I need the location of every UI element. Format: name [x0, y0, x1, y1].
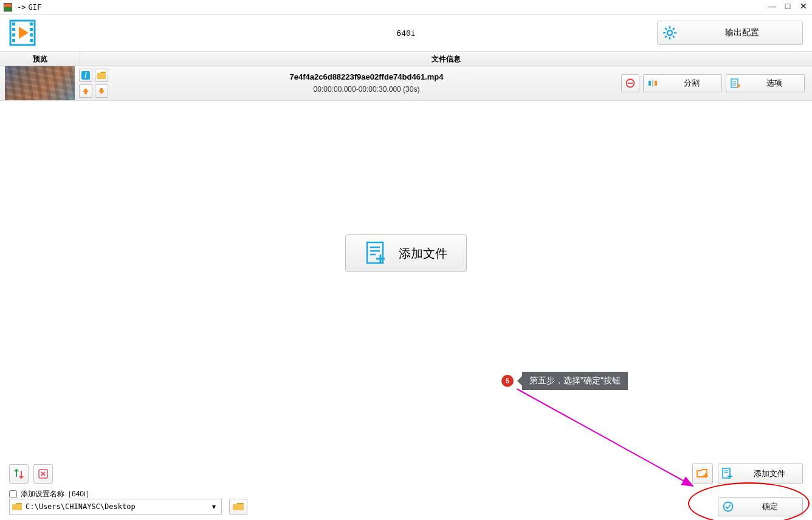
sort-button[interactable]: [9, 464, 29, 484]
svg-rect-25: [655, 81, 657, 86]
column-headers: 预览 文件信息: [0, 51, 812, 66]
svg-line-17: [665, 36, 667, 38]
svg-line-15: [665, 28, 667, 30]
svg-point-31: [737, 84, 740, 87]
svg-point-52: [724, 502, 733, 511]
move-up-button[interactable]: [79, 84, 92, 98]
minimize-button[interactable]: —: [767, 1, 777, 11]
folder-button[interactable]: [95, 69, 108, 82]
main-toolbar: 640i 输出配置: [0, 15, 812, 51]
svg-rect-21: [97, 73, 106, 79]
remove-button[interactable]: [621, 74, 639, 92]
clear-button[interactable]: [33, 464, 53, 484]
svg-rect-5: [30, 22, 33, 26]
file-info: 7e4f4a2c6d88223f9ae02ffde74bd461.mp4 00:…: [112, 72, 621, 94]
check-icon: [718, 501, 738, 512]
path-dropdown-icon[interactable]: ▾: [209, 502, 219, 511]
add-file-large-button[interactable]: 添加文件: [345, 234, 467, 272]
app-icon: [4, 3, 12, 12]
titlebar: -> GIF — □ ✕: [0, 0, 812, 15]
add-file-button[interactable]: 添加文件: [718, 464, 803, 484]
output-path-input[interactable]: C:\Users\CHINAYSC\Desktop ▾: [9, 499, 222, 515]
folder-icon: [12, 502, 22, 511]
svg-point-10: [667, 30, 672, 35]
svg-marker-9: [19, 27, 29, 39]
options-icon: [726, 78, 745, 88]
video-thumbnail[interactable]: [5, 66, 75, 100]
annotation-callout: 5 第五步，选择"确定"按钮: [501, 372, 628, 390]
title-arrow: ->: [17, 3, 26, 12]
header-preview: 预览: [0, 52, 80, 65]
ok-button[interactable]: 确定: [718, 497, 803, 516]
output-config-button[interactable]: 输出配置: [657, 21, 803, 45]
maximize-button[interactable]: □: [783, 1, 793, 11]
ok-label: 确定: [738, 501, 802, 512]
svg-rect-2: [12, 28, 15, 31]
annotation-badge: 5: [501, 375, 514, 387]
drop-area: 添加文件: [0, 101, 812, 441]
svg-line-16: [673, 36, 675, 38]
output-config-label: 输出配置: [682, 27, 802, 38]
annotation-text: 第五步，选择"确定"按钮: [522, 372, 628, 390]
split-icon: [644, 78, 662, 88]
add-file-large-label: 添加文件: [399, 245, 447, 262]
annotation-pointer: [517, 376, 522, 386]
add-file-label: 添加文件: [737, 468, 802, 479]
format-label: 640i: [396, 29, 415, 38]
output-path-row: C:\Users\CHINAYSC\Desktop ▾ 确定: [0, 497, 812, 520]
gear-icon: [658, 26, 682, 40]
add-file-icon: [365, 241, 389, 265]
options-label: 选项: [745, 78, 804, 89]
svg-rect-7: [30, 33, 33, 36]
file-name: 7e4f4a2c6d88223f9ae02ffde74bd461.mp4: [112, 72, 621, 81]
svg-rect-51: [233, 504, 244, 510]
logo-button[interactable]: [9, 19, 36, 46]
info-button[interactable]: i: [79, 69, 92, 82]
svg-rect-1: [12, 22, 15, 26]
remove-icon: [622, 78, 639, 88]
split-button[interactable]: 分割: [643, 74, 722, 92]
file-actions: 分割 选项: [621, 74, 812, 92]
window-title: GIF: [28, 3, 41, 12]
header-fileinfo: 文件信息: [80, 52, 812, 65]
split-label: 分割: [662, 78, 721, 89]
file-row[interactable]: i 7e4f4a2c6d88223f9ae02ffde74bd461.mp4 0…: [0, 66, 812, 101]
browse-button[interactable]: [229, 499, 247, 515]
move-down-button[interactable]: [95, 84, 108, 98]
output-path-text: C:\Users\CHINAYSC\Desktop: [26, 502, 209, 511]
svg-rect-8: [30, 39, 33, 42]
options-button[interactable]: 选项: [726, 74, 805, 92]
add-file-small-icon: [718, 468, 737, 480]
svg-rect-6: [30, 28, 33, 31]
bottom-toolbar: 添加文件: [0, 462, 812, 486]
svg-rect-50: [12, 504, 22, 510]
svg-line-18: [673, 28, 675, 30]
file-duration: 00:00:00.000-00:00:30.000 (30s): [112, 85, 621, 94]
svg-rect-4: [12, 39, 15, 42]
close-button[interactable]: ✕: [799, 1, 808, 11]
file-mini-controls: i: [75, 66, 112, 100]
svg-rect-3: [12, 33, 15, 36]
add-folder-button[interactable]: [692, 464, 713, 484]
svg-rect-24: [649, 81, 651, 86]
